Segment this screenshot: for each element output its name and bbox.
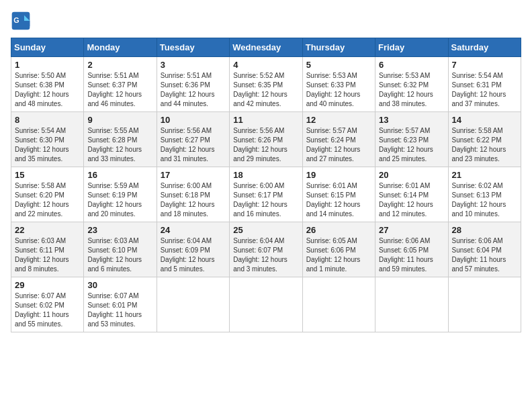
day-info: Sunrise: 5:54 AM Sunset: 6:31 PM Dayligh… bbox=[452, 71, 517, 109]
day-info: Sunrise: 5:58 AM Sunset: 6:22 PM Dayligh… bbox=[452, 126, 517, 164]
day-info: Sunrise: 6:04 AM Sunset: 6:07 PM Dayligh… bbox=[233, 236, 298, 274]
calendar-cell: 12Sunrise: 5:57 AM Sunset: 6:24 PM Dayli… bbox=[302, 112, 375, 167]
day-number: 27 bbox=[379, 225, 444, 235]
calendar-cell: 29Sunrise: 6:07 AM Sunset: 6:02 PM Dayli… bbox=[11, 277, 84, 332]
day-number: 28 bbox=[452, 225, 517, 235]
day-number: 10 bbox=[161, 115, 226, 125]
day-number: 8 bbox=[15, 115, 80, 125]
day-info: Sunrise: 6:03 AM Sunset: 6:10 PM Dayligh… bbox=[87, 236, 152, 274]
weekday-sunday: Sunday bbox=[11, 38, 84, 57]
day-info: Sunrise: 5:58 AM Sunset: 6:20 PM Dayligh… bbox=[15, 181, 80, 219]
day-number: 14 bbox=[452, 115, 517, 125]
day-info: Sunrise: 6:00 AM Sunset: 6:18 PM Dayligh… bbox=[161, 181, 226, 219]
day-info: Sunrise: 6:07 AM Sunset: 6:02 PM Dayligh… bbox=[15, 291, 80, 329]
day-number: 23 bbox=[87, 225, 152, 235]
calendar-cell: 10Sunrise: 5:56 AM Sunset: 6:27 PM Dayli… bbox=[157, 112, 229, 167]
day-number: 17 bbox=[161, 170, 226, 180]
calendar-cell: 8Sunrise: 5:54 AM Sunset: 6:30 PM Daylig… bbox=[11, 112, 84, 167]
calendar-cell: 7Sunrise: 5:54 AM Sunset: 6:31 PM Daylig… bbox=[448, 57, 521, 112]
calendar-cell bbox=[448, 277, 521, 332]
day-number: 15 bbox=[15, 170, 80, 180]
day-info: Sunrise: 6:05 AM Sunset: 6:06 PM Dayligh… bbox=[306, 236, 371, 274]
calendar-cell: 5Sunrise: 5:53 AM Sunset: 6:33 PM Daylig… bbox=[302, 57, 375, 112]
calendar-cell: 1Sunrise: 5:50 AM Sunset: 6:38 PM Daylig… bbox=[11, 57, 84, 112]
day-info: Sunrise: 6:06 AM Sunset: 6:05 PM Dayligh… bbox=[379, 236, 444, 274]
logo: G bbox=[11, 11, 34, 31]
day-number: 9 bbox=[87, 115, 152, 125]
calendar-cell bbox=[302, 277, 375, 332]
calendar-cell: 28Sunrise: 6:06 AM Sunset: 6:04 PM Dayli… bbox=[448, 222, 521, 277]
day-info: Sunrise: 5:56 AM Sunset: 6:26 PM Dayligh… bbox=[233, 126, 298, 164]
day-info: Sunrise: 6:01 AM Sunset: 6:15 PM Dayligh… bbox=[306, 181, 371, 219]
calendar-cell: 24Sunrise: 6:04 AM Sunset: 6:09 PM Dayli… bbox=[157, 222, 229, 277]
day-number: 18 bbox=[233, 170, 298, 180]
calendar-week-row: 8Sunrise: 5:54 AM Sunset: 6:30 PM Daylig… bbox=[11, 112, 521, 167]
day-info: Sunrise: 6:07 AM Sunset: 6:01 PM Dayligh… bbox=[87, 291, 152, 329]
calendar-cell: 21Sunrise: 6:02 AM Sunset: 6:13 PM Dayli… bbox=[448, 167, 521, 222]
day-info: Sunrise: 5:53 AM Sunset: 6:33 PM Dayligh… bbox=[306, 71, 371, 109]
day-info: Sunrise: 5:52 AM Sunset: 6:35 PM Dayligh… bbox=[233, 71, 298, 109]
calendar-cell bbox=[157, 277, 229, 332]
day-number: 2 bbox=[87, 60, 152, 70]
calendar-cell: 15Sunrise: 5:58 AM Sunset: 6:20 PM Dayli… bbox=[11, 167, 84, 222]
day-info: Sunrise: 6:01 AM Sunset: 6:14 PM Dayligh… bbox=[379, 181, 444, 219]
calendar-cell: 27Sunrise: 6:06 AM Sunset: 6:05 PM Dayli… bbox=[375, 222, 448, 277]
day-number: 21 bbox=[452, 170, 517, 180]
calendar-cell: 11Sunrise: 5:56 AM Sunset: 6:26 PM Dayli… bbox=[230, 112, 302, 167]
day-number: 16 bbox=[87, 170, 152, 180]
weekday-wednesday: Wednesday bbox=[230, 38, 302, 57]
day-number: 25 bbox=[233, 225, 298, 235]
day-info: Sunrise: 5:51 AM Sunset: 6:36 PM Dayligh… bbox=[161, 71, 226, 109]
day-info: Sunrise: 5:55 AM Sunset: 6:28 PM Dayligh… bbox=[87, 126, 152, 164]
weekday-header-row: SundayMondayTuesdayWednesdayThursdayFrid… bbox=[11, 38, 521, 57]
day-number: 20 bbox=[379, 170, 444, 180]
day-number: 1 bbox=[15, 60, 80, 70]
day-number: 22 bbox=[15, 225, 80, 235]
calendar-cell: 23Sunrise: 6:03 AM Sunset: 6:10 PM Dayli… bbox=[84, 222, 157, 277]
calendar-cell: 9Sunrise: 5:55 AM Sunset: 6:28 PM Daylig… bbox=[84, 112, 157, 167]
calendar-cell: 4Sunrise: 5:52 AM Sunset: 6:35 PM Daylig… bbox=[230, 57, 302, 112]
day-number: 6 bbox=[379, 60, 444, 70]
day-info: Sunrise: 5:57 AM Sunset: 6:24 PM Dayligh… bbox=[306, 126, 371, 164]
svg-text:G: G bbox=[13, 16, 19, 24]
calendar-cell: 30Sunrise: 6:07 AM Sunset: 6:01 PM Dayli… bbox=[84, 277, 157, 332]
calendar-week-row: 15Sunrise: 5:58 AM Sunset: 6:20 PM Dayli… bbox=[11, 167, 521, 222]
calendar-cell: 13Sunrise: 5:57 AM Sunset: 6:23 PM Dayli… bbox=[375, 112, 448, 167]
day-info: Sunrise: 5:59 AM Sunset: 6:19 PM Dayligh… bbox=[87, 181, 152, 219]
day-number: 12 bbox=[306, 115, 371, 125]
day-number: 26 bbox=[306, 225, 371, 235]
day-number: 11 bbox=[233, 115, 298, 125]
weekday-saturday: Saturday bbox=[448, 38, 521, 57]
calendar-cell: 2Sunrise: 5:51 AM Sunset: 6:37 PM Daylig… bbox=[84, 57, 157, 112]
calendar-table: SundayMondayTuesdayWednesdayThursdayFrid… bbox=[11, 38, 521, 332]
calendar-cell bbox=[375, 277, 448, 332]
day-info: Sunrise: 5:53 AM Sunset: 6:32 PM Dayligh… bbox=[379, 71, 444, 109]
calendar-week-row: 29Sunrise: 6:07 AM Sunset: 6:02 PM Dayli… bbox=[11, 277, 521, 332]
day-number: 30 bbox=[87, 280, 152, 290]
day-number: 3 bbox=[161, 60, 226, 70]
calendar-cell: 18Sunrise: 6:00 AM Sunset: 6:17 PM Dayli… bbox=[230, 167, 302, 222]
weekday-monday: Monday bbox=[84, 38, 157, 57]
day-number: 19 bbox=[306, 170, 371, 180]
day-number: 24 bbox=[161, 225, 226, 235]
day-info: Sunrise: 5:57 AM Sunset: 6:23 PM Dayligh… bbox=[379, 126, 444, 164]
calendar-body: 1Sunrise: 5:50 AM Sunset: 6:38 PM Daylig… bbox=[11, 57, 521, 332]
calendar-week-row: 1Sunrise: 5:50 AM Sunset: 6:38 PM Daylig… bbox=[11, 57, 521, 112]
calendar-cell: 22Sunrise: 6:03 AM Sunset: 6:11 PM Dayli… bbox=[11, 222, 84, 277]
day-number: 7 bbox=[452, 60, 517, 70]
day-info: Sunrise: 6:04 AM Sunset: 6:09 PM Dayligh… bbox=[161, 236, 226, 274]
day-info: Sunrise: 6:02 AM Sunset: 6:13 PM Dayligh… bbox=[452, 181, 517, 219]
calendar-cell: 16Sunrise: 5:59 AM Sunset: 6:19 PM Dayli… bbox=[84, 167, 157, 222]
day-number: 29 bbox=[15, 280, 80, 290]
page-header: G bbox=[11, 11, 521, 31]
weekday-tuesday: Tuesday bbox=[157, 38, 229, 57]
calendar-cell bbox=[230, 277, 302, 332]
day-info: Sunrise: 6:00 AM Sunset: 6:17 PM Dayligh… bbox=[233, 181, 298, 219]
day-number: 5 bbox=[306, 60, 371, 70]
calendar-cell: 25Sunrise: 6:04 AM Sunset: 6:07 PM Dayli… bbox=[230, 222, 302, 277]
calendar-cell: 3Sunrise: 5:51 AM Sunset: 6:36 PM Daylig… bbox=[157, 57, 229, 112]
logo-icon: G bbox=[11, 11, 31, 31]
day-number: 4 bbox=[233, 60, 298, 70]
day-info: Sunrise: 5:51 AM Sunset: 6:37 PM Dayligh… bbox=[87, 71, 152, 109]
calendar-cell: 19Sunrise: 6:01 AM Sunset: 6:15 PM Dayli… bbox=[302, 167, 375, 222]
